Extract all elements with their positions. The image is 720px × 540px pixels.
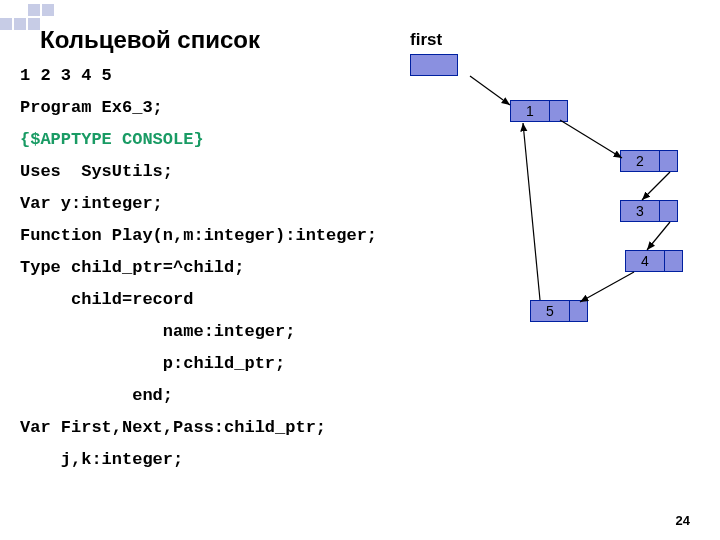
code-line: end; <box>20 380 377 412</box>
first-pointer-box <box>410 54 458 76</box>
svg-line-2 <box>642 172 670 200</box>
node-3-ptr <box>660 200 678 222</box>
page-number: 24 <box>676 513 690 528</box>
svg-line-4 <box>580 272 634 302</box>
code-line: name:integer; <box>20 316 377 348</box>
node-3-value: 3 <box>620 200 660 222</box>
code-line: Program Ex6_3; <box>20 92 377 124</box>
code-line: Uses SysUtils; <box>20 156 377 188</box>
node-2-ptr <box>660 150 678 172</box>
svg-line-1 <box>560 120 622 158</box>
node-5-value: 5 <box>530 300 570 322</box>
slide-title: Кольцевой список <box>40 26 260 54</box>
node-1-value: 1 <box>510 100 550 122</box>
first-label: first <box>410 30 442 50</box>
node-4: 4 <box>625 250 683 272</box>
code-line: Var y:integer; <box>20 188 377 220</box>
node-1-ptr <box>550 100 568 122</box>
code-line: child=record <box>20 284 377 316</box>
code-line: p:child_ptr; <box>20 348 377 380</box>
node-4-value: 4 <box>625 250 665 272</box>
node-5: 5 <box>530 300 588 322</box>
node-3: 3 <box>620 200 678 222</box>
node-4-ptr <box>665 250 683 272</box>
svg-line-5 <box>523 123 540 300</box>
svg-line-0 <box>470 76 510 105</box>
code-line: Var First,Next,Pass:child_ptr; <box>20 412 377 444</box>
node-5-ptr <box>570 300 588 322</box>
node-2-value: 2 <box>620 150 660 172</box>
code-line: 1 2 3 4 5 <box>20 60 377 92</box>
node-1: 1 <box>510 100 568 122</box>
code-line: {$APPTYPE CONSOLE} <box>20 124 377 156</box>
svg-line-3 <box>647 222 670 250</box>
linked-list-diagram: first 1 2 3 4 5 <box>410 30 710 380</box>
code-line: Type child_ptr=^child; <box>20 252 377 284</box>
code-line: Function Play(n,m:integer):integer; <box>20 220 377 252</box>
code-block: 1 2 3 4 5Program Ex6_3;{$APPTYPE CONSOLE… <box>20 60 377 476</box>
node-2: 2 <box>620 150 678 172</box>
code-line: j,k:integer; <box>20 444 377 476</box>
